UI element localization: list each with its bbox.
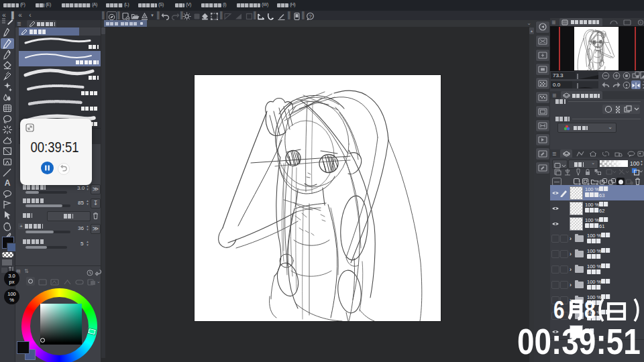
svg-text:?: ? xyxy=(309,13,312,19)
